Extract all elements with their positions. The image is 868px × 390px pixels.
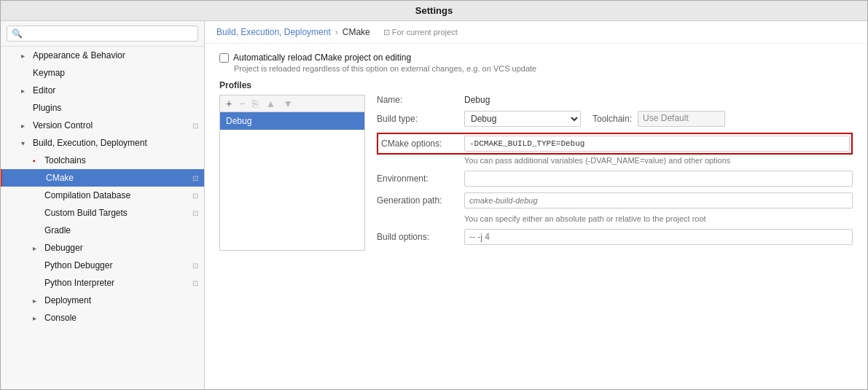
toggle-icon: ▸ xyxy=(21,52,30,60)
sidebar-item-editor[interactable]: ▸ Editor xyxy=(1,82,204,99)
external-icon: ⊡ xyxy=(192,209,198,217)
sidebar: ▸ Appearance & Behavior Keymap ▸ Editor … xyxy=(1,21,205,389)
environment-input[interactable] xyxy=(464,171,853,187)
window-title: Settings xyxy=(415,5,453,16)
external-icon: ⊡ xyxy=(192,192,198,200)
toggle-icon xyxy=(21,104,30,112)
toggle-icon: ▪ xyxy=(33,157,42,165)
sidebar-item-label: Debugger xyxy=(44,243,83,253)
sidebar-item-label: Python Interpreter xyxy=(44,278,114,288)
auto-reload-row: Automatically reload CMake project on ed… xyxy=(219,52,853,63)
breadcrumb-arrow: › xyxy=(335,27,338,37)
build-type-dropdown-wrapper: Debug Toolchain: Use Default xyxy=(464,111,853,127)
settings-window: Settings ▸ Appearance & Behavior Keymap … xyxy=(0,0,868,390)
cmake-options-label: CMake options: xyxy=(380,139,464,149)
name-field-row: Name: Debug xyxy=(377,95,853,105)
toolchain-value: Use Default xyxy=(638,111,725,127)
external-icon: ⊡ xyxy=(192,122,198,130)
search-input[interactable] xyxy=(7,26,198,42)
sidebar-item-debugger[interactable]: ▸ Debugger xyxy=(1,239,204,257)
toggle-icon xyxy=(33,192,42,200)
sidebar-item-label: Editor xyxy=(33,85,55,95)
toggle-icon: ▸ xyxy=(33,244,42,252)
sidebar-item-deployment[interactable]: ▸ Deployment xyxy=(1,292,204,309)
sidebar-item-label: Custom Build Targets xyxy=(44,208,128,218)
cmake-options-input[interactable] xyxy=(464,136,850,152)
generation-path-input[interactable] xyxy=(464,192,853,208)
move-down-button[interactable]: ▼ xyxy=(280,97,296,110)
toggle-icon: ▸ xyxy=(21,87,30,95)
build-options-field-row: Build options: xyxy=(377,229,853,245)
sidebar-item-toolchains[interactable]: ▪ Toolchains xyxy=(1,152,204,169)
sidebar-item-appearance-behavior[interactable]: ▸ Appearance & Behavior xyxy=(1,47,204,64)
toggle-icon xyxy=(33,279,42,287)
sidebar-item-label: Toolchains xyxy=(44,155,86,165)
sidebar-item-cmake[interactable]: CMake ⊡ xyxy=(1,169,204,187)
profile-item[interactable]: Debug xyxy=(220,112,364,130)
sidebar-item-python-debugger[interactable]: Python Debugger ⊡ xyxy=(1,257,204,274)
sidebar-item-console[interactable]: ▸ Console xyxy=(1,309,204,327)
sidebar-item-gradle[interactable]: Gradle xyxy=(1,222,204,239)
external-icon: ⊡ xyxy=(192,174,198,182)
auto-reload-checkbox[interactable] xyxy=(219,53,229,63)
build-options-input[interactable] xyxy=(464,229,853,245)
toggle-icon: ▸ xyxy=(21,122,30,130)
profile-details: Name: Debug Build type: Debug Toolchain: xyxy=(365,95,853,251)
build-type-label: Build type: xyxy=(377,114,464,124)
breadcrumb-parent[interactable]: Build, Execution, Deployment xyxy=(216,27,331,37)
generation-path-field-row: Generation path: xyxy=(377,192,853,208)
profiles-toolbar: + − ⎘ ▲ ▼ xyxy=(220,95,364,112)
main-panel: Build, Execution, Deployment › CMake ⊡ F… xyxy=(205,21,867,389)
toolchain-label: Toolchain: xyxy=(593,114,632,124)
auto-reload-label: Automatically reload CMake project on ed… xyxy=(233,52,411,63)
sidebar-item-label: Appearance & Behavior xyxy=(33,50,125,61)
build-type-field-row: Build type: Debug Toolchain: Use Default xyxy=(377,111,853,127)
sidebar-item-plugins[interactable]: Plugins xyxy=(1,99,204,117)
move-up-button[interactable]: ▲ xyxy=(262,97,278,110)
sidebar-item-label: Console xyxy=(44,313,77,323)
environment-label: Environment: xyxy=(377,173,464,184)
profiles-section-title: Profiles xyxy=(219,80,853,90)
cmake-options-hint: You can pass additional variables (-DVAR… xyxy=(464,156,853,165)
add-profile-button[interactable]: + xyxy=(223,97,235,110)
sidebar-item-keymap[interactable]: Keymap xyxy=(1,64,204,82)
auto-reload-hint: Project is reloaded regardless of this o… xyxy=(234,64,853,73)
sidebar-item-build-execution-deployment[interactable]: ▾ Build, Execution, Deployment xyxy=(1,134,204,152)
name-value: Debug xyxy=(464,95,853,105)
external-icon: ⊡ xyxy=(192,279,198,287)
copy-profile-button[interactable]: ⎘ xyxy=(249,97,261,110)
project-scope: ⊡ For current project xyxy=(383,28,458,37)
profiles-list-panel: + − ⎘ ▲ ▼ Debug xyxy=(219,95,365,251)
sidebar-item-label: Gradle xyxy=(44,225,71,235)
profiles-section: + − ⎘ ▲ ▼ Debug N xyxy=(219,95,853,251)
name-label: Name: xyxy=(377,95,464,105)
toggle-icon xyxy=(34,174,43,182)
generation-path-hint: You can specify either an absolute path … xyxy=(464,214,853,223)
cmake-options-row: CMake options: xyxy=(377,133,853,155)
toggle-icon: ▾ xyxy=(21,139,30,147)
generation-path-label: Generation path: xyxy=(377,195,464,206)
toggle-icon xyxy=(21,69,30,77)
sidebar-item-label: Build, Execution, Deployment xyxy=(33,138,147,148)
toggle-icon: ▸ xyxy=(33,314,42,322)
remove-profile-button[interactable]: − xyxy=(236,97,248,110)
sidebar-item-custom-build-targets[interactable]: Custom Build Targets ⊡ xyxy=(1,204,204,222)
build-type-select[interactable]: Debug xyxy=(464,111,581,127)
toggle-icon xyxy=(33,227,42,235)
search-bar xyxy=(1,21,204,47)
sidebar-item-compilation-database[interactable]: Compilation Database ⊡ xyxy=(1,187,204,204)
sidebar-item-label: Python Debugger xyxy=(44,260,112,270)
toggle-icon: ▸ xyxy=(33,297,42,305)
breadcrumb: Build, Execution, Deployment › CMake ⊡ F… xyxy=(205,21,867,44)
sidebar-item-python-interpreter[interactable]: Python Interpreter ⊡ xyxy=(1,274,204,292)
sidebar-item-label: Plugins xyxy=(33,103,61,113)
sidebar-item-version-control[interactable]: ▸ Version Control ⊡ xyxy=(1,117,204,134)
toggle-icon xyxy=(33,262,42,270)
sidebar-item-label: Keymap xyxy=(33,68,65,78)
sidebar-item-label: Version Control xyxy=(33,120,93,130)
settings-body: Automatically reload CMake project on ed… xyxy=(205,44,867,389)
sidebar-item-label: Compilation Database xyxy=(44,190,130,200)
sidebar-item-label: Deployment xyxy=(44,295,91,305)
external-icon: ⊡ xyxy=(192,262,198,270)
profiles-list: Debug xyxy=(220,112,364,250)
